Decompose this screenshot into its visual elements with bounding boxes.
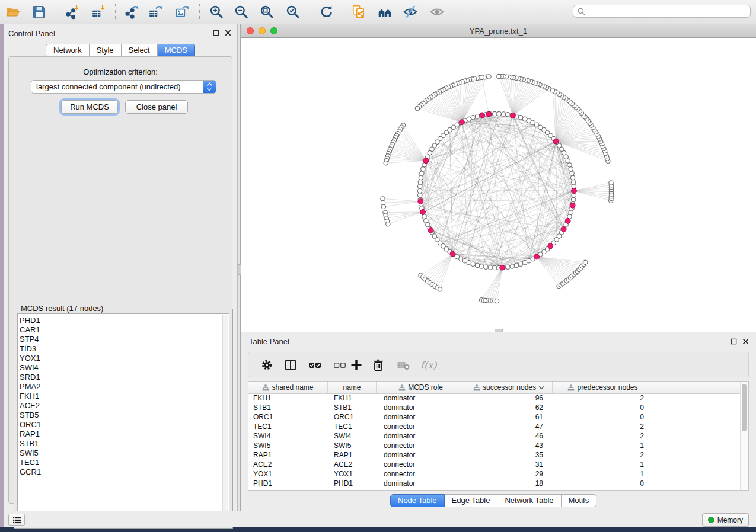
- mcds-result-item[interactable]: STB5: [20, 411, 222, 420]
- mcds-result-item[interactable]: CAR1: [20, 325, 222, 335]
- export-network-icon[interactable]: [124, 4, 139, 20]
- column-header-name[interactable]: name: [328, 382, 377, 393]
- refresh-icon[interactable]: [319, 4, 334, 20]
- table-row[interactable]: SWI4SWI4dominator462: [248, 431, 741, 441]
- criterion-select[interactable]: largest connected component (undirected): [31, 80, 216, 94]
- float-icon[interactable]: [213, 30, 219, 36]
- zoom-selected-icon[interactable]: [285, 4, 301, 20]
- table-cell: 29: [465, 469, 553, 479]
- table-cell: connector: [377, 441, 465, 450]
- result-scrollbar[interactable]: [222, 315, 228, 524]
- column-header-predecessor-nodes[interactable]: predecessor nodes: [553, 382, 653, 393]
- mcds-result-item[interactable]: SWI4: [20, 363, 222, 373]
- mcds-result-item[interactable]: TEC1: [20, 458, 222, 467]
- create-column-icon[interactable]: [349, 358, 363, 372]
- export-image-icon[interactable]: [174, 4, 190, 20]
- first-neighbors-icon[interactable]: [377, 4, 393, 20]
- network-window-titlebar[interactable]: YPA_prune.txt_1: [241, 24, 756, 38]
- column-header-successor-nodes[interactable]: successor nodes: [465, 382, 553, 393]
- mcds-result-item[interactable]: STB1: [20, 439, 222, 448]
- hide-selected-icon[interactable]: [403, 4, 418, 20]
- table-cell: 18: [465, 479, 553, 488]
- mcds-result-listbox[interactable]: PHD1CAR1STP4TID3YOX1SWI4SRD1PMA2FKH1ACE2…: [17, 313, 229, 525]
- table-cell: dominator: [377, 403, 465, 412]
- zoom-fit-icon[interactable]: [259, 4, 275, 20]
- select-all-checkboxes-icon[interactable]: [308, 358, 322, 372]
- tab-mcds[interactable]: MCDS: [158, 44, 195, 57]
- mcds-result-item[interactable]: STP4: [20, 335, 222, 344]
- table-cell: ORC1: [328, 412, 377, 422]
- mcds-result-item[interactable]: SWI5: [20, 448, 222, 458]
- scrollbar-thumb[interactable]: [742, 384, 747, 431]
- float-icon[interactable]: [731, 338, 737, 345]
- table-mode-gear-icon[interactable]: [260, 358, 274, 372]
- table-scrollbar[interactable]: [740, 382, 748, 490]
- table-row[interactable]: ACE2ACE2connector311: [248, 460, 741, 469]
- network-window: YPA_prune.txt_1: [241, 24, 756, 332]
- mcds-result-item[interactable]: ORC1: [20, 420, 222, 430]
- import-table-icon[interactable]: [91, 4, 106, 20]
- tab-node-table[interactable]: Node Table: [390, 494, 445, 507]
- toolbar-separator: [115, 4, 116, 20]
- tab-motifs[interactable]: Motifs: [562, 494, 597, 507]
- tab-network-table[interactable]: Network Table: [497, 494, 561, 507]
- mcds-result-item[interactable]: YOX1: [20, 354, 222, 363]
- tab-edge-table[interactable]: Edge Table: [445, 494, 498, 507]
- mcds-result-item[interactable]: RAP1: [20, 430, 222, 439]
- zoom-out-icon[interactable]: [234, 4, 249, 20]
- mcds-result-item[interactable]: ACE2: [20, 401, 222, 411]
- mcds-result-item[interactable]: TID3: [20, 344, 222, 354]
- close-panel-button[interactable]: Close panel: [125, 100, 188, 114]
- table-row[interactable]: SWI5SWI5connector431: [248, 441, 741, 450]
- column-header-MCDS-role[interactable]: MCDS role: [377, 382, 465, 393]
- new-network-from-selection-icon[interactable]: [351, 4, 366, 20]
- chevron-up-down-icon: [203, 81, 216, 93]
- zoom-in-icon[interactable]: [209, 4, 224, 20]
- table-row[interactable]: TEC1TEC1connector472: [248, 422, 741, 431]
- open-file-icon[interactable]: [5, 4, 21, 20]
- table-row[interactable]: FKH1FKH1dominator962: [248, 393, 741, 403]
- mcds-result-item[interactable]: GCR1: [20, 467, 222, 477]
- table-row[interactable]: RAP1RAP1dominator352: [248, 450, 741, 460]
- import-network-icon[interactable]: [65, 4, 80, 20]
- table-cell: dominator: [377, 450, 465, 460]
- mcds-result-item[interactable]: PHD1: [20, 316, 222, 325]
- task-history-button[interactable]: [8, 514, 25, 526]
- show-all-icon[interactable]: [429, 4, 445, 20]
- tab-select[interactable]: Select: [122, 44, 158, 57]
- export-table-icon[interactable]: [148, 4, 163, 20]
- mcds-tab-panel: Optimization criterion: largest connecte…: [8, 56, 232, 504]
- toolbar-separator: [344, 4, 344, 20]
- search-box[interactable]: [573, 5, 751, 18]
- table-row[interactable]: STB1STB1dominator620: [248, 403, 741, 412]
- table-cell: 0: [553, 479, 653, 488]
- memory-button[interactable]: Memory: [702, 513, 749, 527]
- table-cell: 2: [553, 450, 653, 460]
- save-session-icon[interactable]: [31, 4, 47, 20]
- delete-columns-icon[interactable]: [371, 358, 385, 372]
- table-cell: dominator: [377, 393, 465, 403]
- mcds-result-item[interactable]: FKH1: [20, 392, 222, 401]
- criterion-label: Optimization criterion:: [9, 68, 232, 76]
- mcds-result-item[interactable]: SRD1: [20, 373, 222, 382]
- toolbar-separator: [311, 4, 311, 20]
- tab-style[interactable]: Style: [90, 44, 122, 57]
- mcds-result-item[interactable]: PMA2: [20, 382, 222, 392]
- network-canvas[interactable]: [241, 38, 756, 332]
- network-graph[interactable]: [241, 38, 756, 332]
- tab-network[interactable]: Network: [46, 44, 90, 57]
- search-input[interactable]: [586, 7, 750, 16]
- table-cell: dominator: [377, 479, 465, 488]
- close-icon[interactable]: [225, 30, 231, 36]
- column-header-shared-name[interactable]: shared name: [248, 382, 328, 393]
- run-mcds-button[interactable]: Run MCDS: [61, 100, 118, 114]
- show-columns-icon[interactable]: [283, 358, 298, 372]
- table-row[interactable]: ORC1ORC1dominator610: [248, 412, 741, 422]
- table-cell: 0: [553, 412, 653, 422]
- memory-status-icon: [708, 517, 714, 523]
- table-row[interactable]: YOX1YOX1connector291: [248, 469, 741, 479]
- table-cell: 1: [553, 460, 653, 469]
- deselect-all-checkboxes-icon[interactable]: [333, 358, 347, 372]
- table-row[interactable]: PHD1PHD1dominator180: [248, 479, 741, 488]
- close-icon[interactable]: [742, 338, 749, 345]
